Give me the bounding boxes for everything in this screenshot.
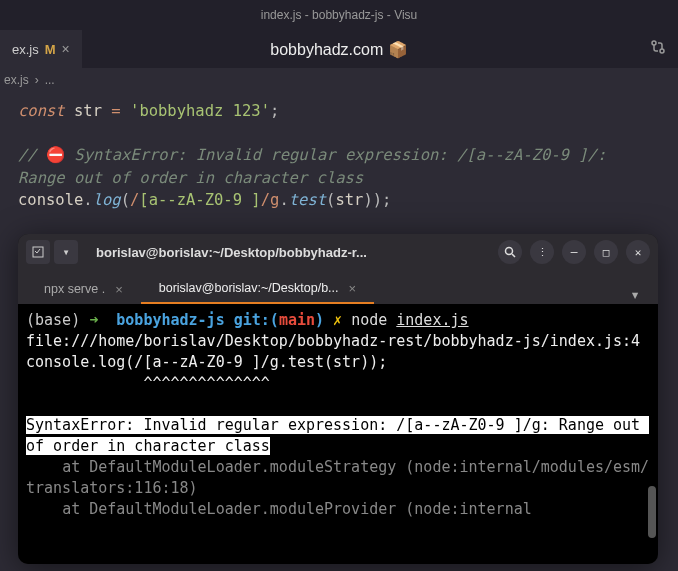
tab-filename: ex.js	[12, 42, 39, 57]
maximize-button[interactable]: □	[594, 240, 618, 264]
obj-console: console	[18, 191, 83, 209]
breadcrumb[interactable]: ex.js › ...	[0, 68, 678, 92]
editor-tab-indexjs[interactable]: ex.js M ×	[0, 30, 82, 68]
blank-line	[18, 122, 660, 144]
minimize-button[interactable]: ─	[562, 240, 586, 264]
out-file: file:///home/borislav/Desktop/bobbyhadz-…	[26, 332, 640, 350]
terminal-dropdown-button[interactable]: ▾	[54, 240, 78, 264]
code-line-console: console.log(/[a--zA-Z0-9 ]/g.test(str));	[18, 189, 660, 211]
close-tab-icon[interactable]: ×	[349, 281, 357, 296]
out-code: console.log(/[a--zA-Z0-9 ]/g.test(str));	[26, 353, 387, 371]
terminal-title: borislav@borislav:~/Desktop/bobbyhadz-r.…	[84, 245, 492, 260]
prompt-dirty-icon: ✗	[333, 311, 342, 329]
close-button[interactable]: ✕	[626, 240, 650, 264]
prompt-arrow: ➜	[89, 311, 98, 329]
prompt-base: (base)	[26, 311, 80, 329]
method-log: log	[93, 191, 121, 209]
terminal-body[interactable]: (base) ➜ bobbyhadz-js git:(main) ✗ node …	[18, 304, 658, 564]
git-compare-icon[interactable]	[650, 39, 666, 59]
prompt-git: git:(	[234, 311, 279, 329]
out-stack2: at DefaultModuleLoader.moduleProvider (n…	[26, 500, 532, 518]
menu-button[interactable]: ⋮	[530, 240, 554, 264]
code-line-1: const str = 'bobbyhadz 123';	[18, 100, 660, 122]
close-tab-icon[interactable]: ×	[115, 282, 123, 297]
cmd-file: index.js	[396, 311, 468, 329]
method-test: test	[289, 191, 326, 209]
prompt-dir: bobbyhadz-js	[116, 311, 224, 329]
var-str: str	[74, 102, 102, 120]
kw-const: const	[18, 102, 65, 120]
terminal-scrollbar[interactable]	[648, 486, 656, 538]
out-error: SyntaxError: Invalid regular expression:…	[26, 416, 649, 455]
semicolon: ;	[270, 102, 279, 120]
comment-line-1: // ⛔ SyntaxError: Invalid regular expres…	[18, 144, 660, 166]
terminal-window: ▾ borislav@borislav:~/Desktop/bobbyhadz-…	[18, 234, 658, 564]
modified-badge: M	[45, 42, 56, 57]
terminal-tab-dropdown[interactable]: ▾	[620, 285, 650, 304]
prompt-branch: main	[279, 311, 315, 329]
svg-point-1	[660, 49, 664, 53]
terminal-header: ▾ borislav@borislav:~/Desktop/bobbyhadz-…	[18, 234, 658, 270]
terminal-tab-shell[interactable]: borislav@borislav:~/Desktop/b... ×	[141, 274, 374, 304]
string-literal: 'bobbyhadz 123'	[130, 102, 270, 120]
editor-tab-bar: ex.js M × bobbyhadz.com 📦	[0, 30, 678, 68]
terminal-tab-serve[interactable]: npx serve . ×	[26, 274, 141, 304]
window-title-bar: index.js - bobbyhadz-js - Visu	[0, 0, 678, 30]
new-terminal-button[interactable]	[26, 240, 50, 264]
site-label: bobbyhadz.com 📦	[270, 40, 407, 59]
comment-line-2: Range out of order in character class	[18, 167, 660, 189]
cmd-node: node	[351, 311, 387, 329]
svg-point-3	[506, 248, 513, 255]
out-caret: ^^^^^^^^^^^^^^	[26, 374, 270, 392]
window-title: index.js - bobbyhadz-js - Visu	[261, 8, 418, 22]
close-tab-icon[interactable]: ×	[62, 41, 70, 57]
breadcrumb-file: ex.js	[4, 73, 29, 87]
regex-body: [a--zA-Z0-9 ]	[139, 191, 260, 209]
svg-line-4	[512, 254, 515, 257]
breadcrumb-rest: ...	[45, 73, 55, 87]
svg-point-0	[652, 41, 656, 45]
search-button[interactable]	[498, 240, 522, 264]
code-editor[interactable]: const str = 'bobbyhadz 123'; // ⛔ Syntax…	[0, 92, 678, 220]
no-entry-icon: ⛔	[46, 146, 65, 164]
breadcrumb-sep: ›	[35, 73, 39, 87]
terminal-tabs: npx serve . × borislav@borislav:~/Deskto…	[18, 270, 658, 304]
out-stack1: at DefaultModuleLoader.moduleStrategy (n…	[26, 458, 649, 497]
op-eq: =	[111, 102, 120, 120]
